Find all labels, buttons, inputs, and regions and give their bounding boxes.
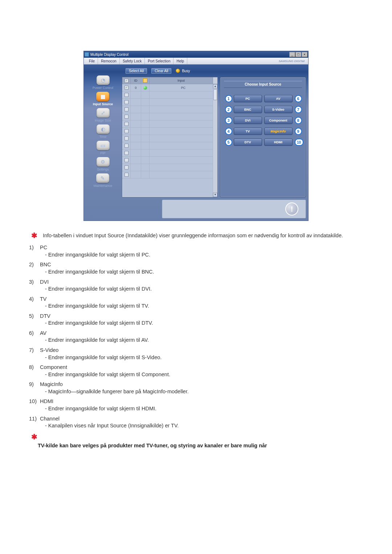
- table-row[interactable]: [122, 113, 217, 120]
- checkbox-icon[interactable]: [124, 165, 128, 169]
- col-status[interactable]: [141, 77, 150, 84]
- table-row[interactable]: [122, 135, 217, 142]
- row-input: [150, 91, 217, 98]
- source-button-dtv[interactable]: DTV: [234, 139, 262, 146]
- select-all-button[interactable]: Select All: [126, 68, 147, 74]
- callout-badge: 9: [295, 128, 302, 135]
- maximize-button[interactable]: □: [295, 52, 301, 57]
- list-number: 11): [29, 415, 37, 423]
- table-row[interactable]: [122, 128, 217, 135]
- col-input[interactable]: Input: [150, 77, 213, 84]
- source-grid: 1PCAV62BNCS-Video73DVIComponent84TVMagic…: [224, 95, 302, 146]
- source-button-component[interactable]: Component: [264, 117, 293, 124]
- sidebar-item-input-source[interactable]: ▦ Input Source: [93, 92, 113, 106]
- sidebar-item-pip[interactable]: ▭ PIP: [97, 141, 110, 155]
- checkbox-icon[interactable]: [124, 158, 128, 162]
- list-desc: - Endrer inngangskilde for valgt skjerm …: [45, 337, 377, 344]
- source-button-tv[interactable]: TV: [234, 128, 262, 135]
- row-checkbox[interactable]: [122, 142, 131, 149]
- source-button-magicinfo[interactable]: MagicInfo: [264, 128, 293, 135]
- checkbox-icon[interactable]: [124, 136, 128, 140]
- source-button-s-video[interactable]: S-Video: [264, 106, 293, 113]
- col-check[interactable]: ✓: [122, 77, 131, 84]
- busy-indicator: Busy: [176, 69, 190, 73]
- sidebar-item-time[interactable]: ◐ Time: [97, 124, 110, 139]
- title-bar: Multiple Display Control _ □ ×: [84, 51, 308, 58]
- minimize-button[interactable]: _: [289, 52, 295, 57]
- checkbox-icon[interactable]: [124, 173, 128, 177]
- row-id: [131, 135, 141, 142]
- list-title: Component: [40, 364, 377, 371]
- table-row[interactable]: [122, 149, 217, 157]
- source-button-av[interactable]: AV: [264, 95, 293, 102]
- checkbox-icon[interactable]: [124, 122, 128, 126]
- source-button-hdmi[interactable]: HDMI: [264, 139, 293, 146]
- table-row[interactable]: [122, 157, 217, 164]
- table-row[interactable]: [122, 142, 217, 149]
- checkbox-icon[interactable]: ✓: [124, 86, 128, 90]
- checkbox-icon[interactable]: [124, 129, 128, 133]
- list-item: 4)TV- Endrer inngangskilde for valgt skj…: [29, 296, 377, 310]
- row-checkbox[interactable]: [122, 135, 131, 142]
- list-item: 8)Component- Endrer inngangskilde for va…: [29, 364, 377, 378]
- table-row[interactable]: [122, 106, 217, 113]
- row-input: [150, 113, 217, 120]
- row-input: [150, 149, 217, 156]
- checkbox-icon[interactable]: [124, 93, 128, 97]
- checkbox-icon[interactable]: [124, 115, 128, 119]
- row-id: 0: [131, 84, 141, 91]
- row-checkbox[interactable]: [122, 91, 131, 98]
- sidebar-item-image-size[interactable]: ⤢ Image Size: [95, 108, 111, 122]
- table-row[interactable]: ✓0PC: [122, 84, 217, 91]
- row-id: [131, 91, 141, 98]
- scroll-up-button[interactable]: ▲: [213, 84, 217, 89]
- menu-remocon[interactable]: Remocon: [98, 58, 120, 64]
- table-row[interactable]: [122, 164, 217, 171]
- row-id: [131, 120, 141, 127]
- source-button-pc[interactable]: PC: [234, 95, 262, 102]
- row-checkbox[interactable]: [122, 113, 131, 120]
- settings-icon: ⚙: [97, 157, 110, 167]
- row-checkbox[interactable]: [122, 171, 131, 178]
- close-button[interactable]: ×: [302, 52, 307, 57]
- sidebar-item-maintenance[interactable]: ✎ Maintenance: [94, 173, 113, 188]
- checkbox-icon[interactable]: [124, 151, 128, 155]
- list-title: BNC: [40, 261, 377, 268]
- info-icon: !: [285, 202, 298, 216]
- row-checkbox[interactable]: ✓: [122, 84, 131, 91]
- toolbar: Select All Clear All Busy: [122, 65, 308, 77]
- list-desc: - MagicInfo—signalkilde fungerer bare på…: [45, 388, 377, 395]
- menu-port-selection[interactable]: Port Selection: [145, 58, 173, 64]
- checkbox-icon[interactable]: [124, 144, 128, 148]
- sidebar-item-power-control[interactable]: ◔ Power Control: [93, 75, 113, 90]
- menu-help[interactable]: Help: [173, 58, 187, 64]
- list-item: 3)DVI- Endrer inngangskilde for valgt sk…: [29, 279, 377, 293]
- menu-safety-lock[interactable]: Safety Lock: [120, 58, 145, 64]
- col-id[interactable]: ID: [131, 77, 141, 84]
- row-checkbox[interactable]: [122, 106, 131, 113]
- table-row[interactable]: [122, 171, 217, 178]
- checkbox-icon[interactable]: [124, 100, 128, 104]
- row-checkbox[interactable]: [122, 128, 131, 135]
- row-id: [131, 142, 141, 149]
- row-checkbox[interactable]: [122, 149, 131, 156]
- table-row[interactable]: [122, 99, 217, 106]
- scroll-thumb[interactable]: [213, 89, 217, 100]
- row-checkbox[interactable]: [122, 120, 131, 127]
- row-checkbox[interactable]: [122, 164, 131, 171]
- scroll-down-button[interactable]: ▼: [213, 193, 217, 197]
- table-row[interactable]: [122, 91, 217, 99]
- image-size-icon: ⤢: [97, 108, 110, 118]
- row-id: [131, 164, 141, 171]
- source-button-dvi[interactable]: DVI: [234, 117, 262, 124]
- clear-all-button[interactable]: Clear All: [151, 68, 171, 74]
- source-button-bnc[interactable]: BNC: [234, 106, 262, 113]
- table-scrollbar[interactable]: ▲ ▼: [213, 84, 217, 197]
- checkbox-icon[interactable]: [124, 107, 128, 111]
- row-checkbox[interactable]: [122, 99, 131, 106]
- row-checkbox[interactable]: [122, 157, 131, 164]
- sidebar-item-settings[interactable]: ⚙ Settings: [97, 157, 110, 171]
- list-desc: - Endrer inngangskilde for valgt skjerm …: [45, 251, 377, 259]
- table-row[interactable]: [122, 120, 217, 128]
- menu-file[interactable]: File: [86, 58, 98, 64]
